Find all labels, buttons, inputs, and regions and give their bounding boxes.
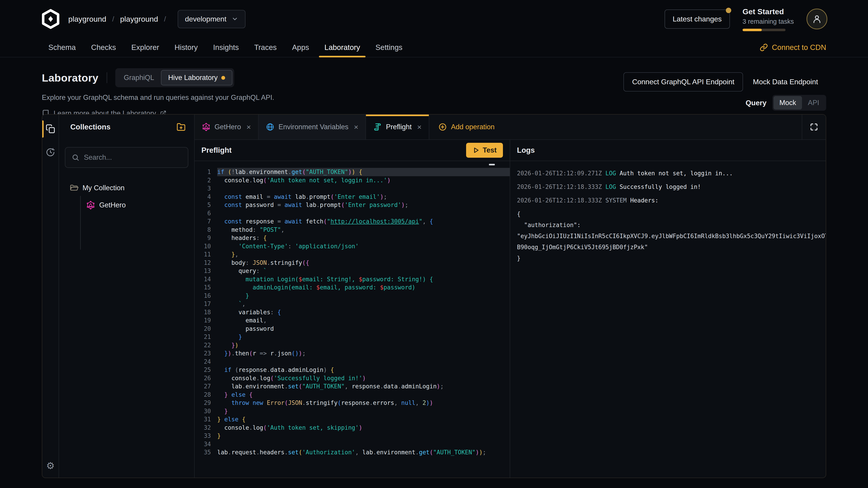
close-icon[interactable]: × [354,123,359,131]
breadcrumb-separator: / [164,15,166,23]
main-nav: SchemaChecksExplorerHistoryInsightsTrace… [0,38,868,57]
close-icon[interactable]: × [246,123,251,131]
connect-graphql-api-endpoint-button[interactable]: Connect GraphQL API Endpoint [623,72,743,92]
tab-environment-variables[interactable]: Environment Variables× [258,115,366,139]
code-line: adminLogin(email: $email, password: $pas… [217,283,510,292]
line-number: 16 [195,292,211,300]
code-line: `, [217,300,510,308]
operation-row-gethero[interactable]: GetHero [59,199,194,212]
line-number: 1 [195,168,211,176]
toggle-graphiql[interactable]: GraphiQL [117,70,161,85]
nav-tab-settings[interactable]: Settings [368,38,410,57]
line-number: 26 [195,374,211,383]
line-number: 11 [195,250,211,259]
overview-ruler-cursor-mark [489,164,495,165]
notification-dot [726,8,731,13]
log-level: LOG [605,170,620,177]
log-entry: 2026-01-26T12:12:18.333Z SYSTEM Headers: [517,195,826,206]
log-level: LOG [605,184,620,190]
line-number: 14 [195,275,211,284]
query-mode-api[interactable]: API [802,96,825,109]
breadcrumb-project[interactable]: playground [120,15,158,24]
get-started-widget[interactable]: Get Started 3 remaining tasks [743,7,794,31]
target-selector[interactable]: development [178,10,245,28]
log-raw-line: "authorization": [517,220,826,231]
code-editor[interactable]: 1234567891011121314151617181920212223242… [195,161,510,478]
code-line: password [217,325,510,333]
code-line: } [217,333,510,341]
nav-tab-explorer[interactable]: Explorer [124,38,167,57]
test-button[interactable]: Test [466,143,503,158]
line-number: 29 [195,399,211,407]
mock-data-endpoint-button[interactable]: Mock Data Endpoint [745,73,826,91]
collections-search-input[interactable]: Search... [65,147,188,168]
close-icon[interactable]: × [417,123,422,131]
line-number: 9 [195,234,211,242]
line-number: 24 [195,358,211,366]
code-line: }) [217,341,510,350]
line-number: 5 [195,201,211,209]
nav-tab-traces[interactable]: Traces [246,38,284,57]
log-raw-line: { [517,208,826,220]
code-line: method: "POST", [217,226,510,234]
log-raw-line: } [517,253,826,264]
add-operation-button[interactable]: Add operation [429,115,504,139]
line-number: 13 [195,267,211,275]
tab-gethero[interactable]: GetHero× [195,115,258,139]
connect-to-cdn-button[interactable]: Connect to CDN [760,38,826,57]
line-numbers: 1234567891011121314151617181920212223242… [195,168,217,478]
logs-title: Logs [510,140,826,161]
nav-tab-apps[interactable]: Apps [284,38,317,57]
code-line: if (response.data.adminLogin) { [217,366,510,374]
breadcrumb-separator: / [112,15,114,23]
get-started-title: Get Started [743,7,794,17]
tab-preflight[interactable]: Preflight× [366,115,429,139]
line-number: 19 [195,316,211,325]
breadcrumb-org[interactable]: playground [68,15,106,24]
code-line: } else { [217,415,510,424]
query-mode-mock[interactable]: Mock [774,96,802,109]
add-operation-label: Add operation [451,123,495,131]
code-line [217,440,510,449]
log-raw-line: "eyJhbGciOiJIUzI1NiIsInR5cCI6IkpXVCJ9.ey… [517,231,826,242]
laboratory-workspace: ⚙ Collections Search... My Collection [42,114,826,478]
code-line: const response = await fetch("http://loc… [217,217,510,226]
line-number: 21 [195,333,211,341]
line-number: 28 [195,391,211,399]
line-number: 17 [195,300,211,308]
collections-stack-icon[interactable] [46,124,55,133]
latest-changes-button[interactable]: Latest changes [664,9,730,29]
editor-title: Preflight [202,146,466,155]
fullscreen-button[interactable] [802,115,826,139]
new-collection-folder-plus-icon[interactable] [177,123,186,131]
user-avatar[interactable] [807,8,827,29]
history-icon[interactable] [46,148,55,157]
hive-logo-icon[interactable] [41,9,61,29]
line-number: 10 [195,242,211,251]
log-message: Successfully logged in! [620,184,701,190]
log-entry: 2026-01-26T12:12:09.271Z LOG Auth token … [517,168,826,179]
toggle-hive-laboratory[interactable]: Hive Laboratory [161,70,232,86]
code-line: const password = await lab.prompt('Enter… [217,201,510,209]
nav-tab-laboratory[interactable]: Laboratory [317,38,368,57]
globe-icon [266,123,274,131]
line-number: 12 [195,259,211,267]
nav-tab-history[interactable]: History [167,38,206,57]
code-line: } else { [217,391,510,399]
line-number: 30 [195,407,211,416]
nav-tab-schema[interactable]: Schema [41,38,84,57]
gear-icon[interactable]: ⚙ [46,460,55,471]
tab-label: Environment Variables [278,123,348,131]
nav-tab-insights[interactable]: Insights [206,38,247,57]
code-line [217,184,510,193]
nav-tab-checks[interactable]: Checks [84,38,124,57]
collections-panel: Collections Search... My Collection [59,115,195,478]
line-number: 20 [195,325,211,333]
code-line: console.log('Auth token set, skipping') [217,424,510,432]
collection-folder-row[interactable]: My Collection [59,182,194,195]
line-number: 2 [195,176,211,185]
code-line: console.log('Successfully logged in!') [217,374,510,383]
new-feature-dot [221,76,225,80]
line-number: 4 [195,193,211,201]
logs-output: 2026-01-26T12:12:09.271Z LOG Auth token … [510,161,826,478]
